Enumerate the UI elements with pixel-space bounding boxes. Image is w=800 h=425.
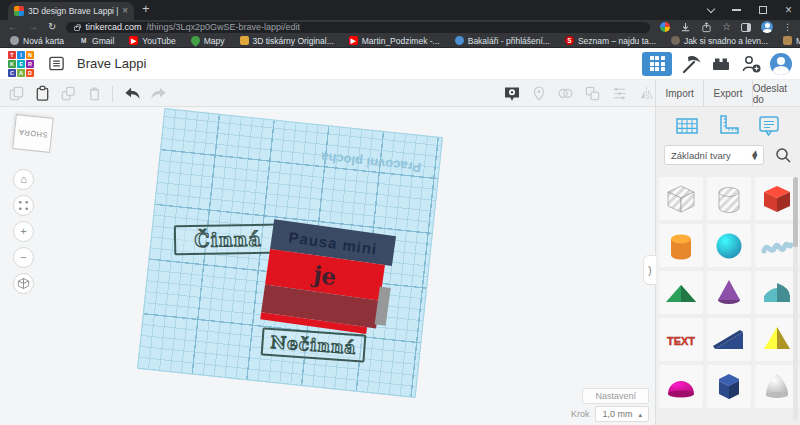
object-flag[interactable]: Pausa mini je <box>260 219 389 335</box>
workplane[interactable]: Pracovní plocha Činná Pausa mini je Neči… <box>137 108 443 398</box>
group-icon[interactable] <box>557 85 574 102</box>
object-text-active[interactable]: Činná <box>174 224 283 256</box>
mirror-icon[interactable] <box>638 85 655 102</box>
transfer-buttons: Import Export Odeslat do <box>655 80 800 107</box>
shape-hole-box[interactable] <box>659 177 703 220</box>
toolbar-divider <box>112 86 113 102</box>
bookmark-item[interactable]: 3D tiskárny Original... <box>240 36 334 46</box>
duplicate-icon[interactable] <box>60 85 77 102</box>
shape-roof[interactable] <box>659 271 703 314</box>
reload-icon[interactable] <box>48 22 56 32</box>
new-tab-button[interactable] <box>142 1 150 16</box>
panel-collapse-handle[interactable] <box>643 255 656 285</box>
paste-icon[interactable] <box>34 85 51 102</box>
settings-button[interactable]: Nastavení <box>582 388 649 404</box>
window-close-icon[interactable] <box>785 4 792 16</box>
step-value-dropdown[interactable]: 1,0 mm <box>595 406 649 422</box>
install-icon[interactable] <box>680 22 691 33</box>
shape-polygon[interactable] <box>707 365 751 408</box>
shape-sphere[interactable] <box>707 224 751 267</box>
bookmark-favicon: S <box>565 36 574 45</box>
shape-text[interactable]: TEXT <box>659 318 703 361</box>
share-icon[interactable] <box>701 22 712 33</box>
bookmark-item[interactable]: ▶Martin_Podzimek -... <box>349 36 440 46</box>
shape-hole-cylinder[interactable] <box>707 177 751 220</box>
browser-tab[interactable]: 3D design Brave Lappi | Tinkerca <box>8 2 134 20</box>
bookmark-item[interactable]: Nová karta <box>10 36 64 46</box>
url-field[interactable]: tinkercad.com /things/3Lqx2p0GwSE-brave-… <box>66 22 650 33</box>
url-domain: tinkercad.com <box>85 22 141 32</box>
bookmark-item[interactable]: Jak si snadno a levn... <box>671 36 768 46</box>
bookmark-item[interactable]: Bakaláři - přihlášení... <box>455 36 550 46</box>
url-path: /things/3Lqx2p0GwSE-brave-lappi/edit <box>146 22 300 32</box>
side-panel-icon[interactable] <box>741 23 751 32</box>
logo-tile: C <box>8 69 16 77</box>
redo-icon[interactable] <box>150 85 169 102</box>
workplane-tool-icon[interactable] <box>674 113 700 139</box>
google-extension-icon[interactable] <box>660 22 670 32</box>
bookmark-item[interactable]: SSeznam – najdu ta... <box>565 36 656 46</box>
ruler-tool-icon[interactable] <box>715 113 741 139</box>
export-button[interactable]: Export <box>703 80 751 107</box>
bookmark-item[interactable]: MGmail <box>79 36 114 46</box>
ungroup-icon[interactable] <box>584 85 601 102</box>
bookmark-item[interactable]: ▶YouTube <box>129 36 175 46</box>
search-icon[interactable] <box>774 146 792 164</box>
shape-cone[interactable] <box>707 271 751 314</box>
design-list-icon[interactable] <box>48 55 65 72</box>
bookmark-item[interactable]: Mapy <box>191 36 225 46</box>
bookmark-favicon <box>240 36 249 45</box>
browser-menu-icon[interactable] <box>783 23 792 32</box>
bookmark-favicon <box>10 36 19 45</box>
delete-icon[interactable] <box>86 85 103 102</box>
design-canvas[interactable]: SHORA Pracovní plocha Činná Pausa mini j… <box>0 107 655 425</box>
bookmark-item[interactable]: MINI Z CARRIAGE R... <box>783 36 800 46</box>
fit-view-button[interactable] <box>13 195 34 216</box>
shape-category-select[interactable]: Základní tvary <box>664 145 764 165</box>
window-maximize-icon[interactable] <box>759 6 767 14</box>
logo-tile: K <box>8 60 16 68</box>
back-icon[interactable] <box>8 22 18 32</box>
panel-scrollbar[interactable] <box>793 177 798 421</box>
zoom-out-button[interactable] <box>13 247 34 268</box>
undo-icon[interactable] <box>122 85 141 102</box>
forward-icon[interactable] <box>28 22 38 32</box>
import-button[interactable]: Import <box>655 80 703 107</box>
window-chevron-icon[interactable] <box>707 4 715 12</box>
bookmark-label: Bakaláři - přihlášení... <box>468 36 550 46</box>
copy-icon[interactable] <box>8 85 25 102</box>
align-icon[interactable] <box>611 85 628 102</box>
home-view-button[interactable] <box>13 169 34 190</box>
tab-close-icon[interactable] <box>122 6 128 16</box>
bookmark-star-icon[interactable] <box>722 22 731 32</box>
lock-icon[interactable] <box>74 26 80 31</box>
tinkercad-logo[interactable]: TINKERCAD <box>8 51 34 77</box>
edit-actions-group <box>8 80 169 107</box>
show-all-icon[interactable] <box>503 85 521 103</box>
user-avatar[interactable] <box>770 53 792 75</box>
view-cube[interactable]: SHORA <box>12 114 53 153</box>
logo-tile: A <box>17 69 25 77</box>
zoom-in-button[interactable] <box>13 221 34 242</box>
shape-half-sphere[interactable] <box>659 365 703 408</box>
shape-wedge[interactable] <box>707 318 751 361</box>
3d-design-mode-button[interactable] <box>642 52 672 76</box>
send-to-button[interactable]: Odeslat do <box>752 80 800 107</box>
window-minimize-icon[interactable] <box>732 9 741 11</box>
bookmark-favicon <box>671 36 680 45</box>
lego-brick-icon[interactable] <box>710 53 732 75</box>
browser-window: 3D design Brave Lappi | Tinkerca tinkerc… <box>0 0 800 425</box>
perspective-toggle-button[interactable] <box>13 273 34 294</box>
shape-cylinder[interactable] <box>659 224 703 267</box>
workplane-pin-icon[interactable] <box>531 85 547 102</box>
invite-person-icon[interactable] <box>740 53 762 75</box>
home-icon <box>20 174 27 185</box>
shape-gallery: TEXT <box>659 177 799 408</box>
scrollbar-thumb[interactable] <box>793 177 798 247</box>
window-controls <box>708 0 792 20</box>
object-text-inactive[interactable]: Nečinná <box>261 327 367 362</box>
logo-tile: I <box>17 51 25 59</box>
minecraft-pickaxe-icon[interactable] <box>680 53 702 75</box>
profile-avatar[interactable] <box>761 21 773 33</box>
notes-tool-icon[interactable] <box>756 113 782 139</box>
